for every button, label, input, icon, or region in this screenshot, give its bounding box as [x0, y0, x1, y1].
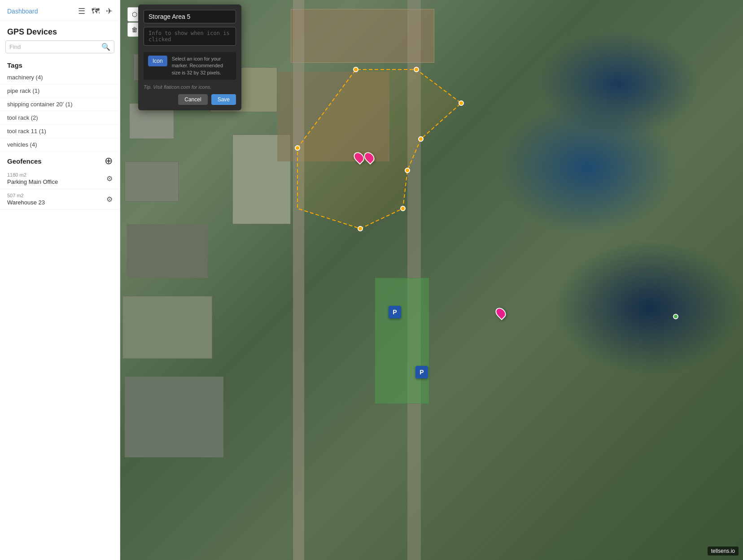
popup-title-input[interactable]: [144, 10, 236, 23]
navigation-icon[interactable]: ✈: [106, 6, 113, 16]
geofences-header: Geofences ⊕: [0, 152, 120, 169]
geofence-area: 507 m2: [7, 193, 45, 198]
map-area[interactable]: P P ⬡ 🗑 Icon Select an icon for your mar…: [120, 0, 743, 560]
tag-item-tool-rack[interactable]: tool rack (2): [0, 111, 120, 125]
add-geofence-button[interactable]: ⊕: [105, 156, 113, 166]
tag-count: (1): [32, 87, 39, 94]
building: [125, 161, 179, 202]
parking-label: P: [393, 308, 397, 316]
map-icon[interactable]: 🗺: [92, 7, 100, 16]
popup-icon-button[interactable]: Icon: [148, 56, 167, 66]
tag-count: (4): [36, 74, 43, 81]
map-marker-pink-2[interactable]: [365, 152, 374, 163]
header-icons: ☰ 🗺 ✈: [78, 6, 113, 16]
map-marker-pink-1[interactable]: [354, 152, 363, 163]
tag-count: (2): [31, 114, 38, 121]
tag-count: (1): [66, 101, 73, 108]
status-dot-green: [673, 314, 678, 319]
geofence-item-warehouse[interactable]: 507 m2 Warehouse 23 ⚙: [0, 189, 120, 210]
popup-tip-text: Tip. Visit flaticon.com for icons.: [144, 84, 236, 90]
green-parking-area: [375, 278, 429, 404]
tag-count: (1): [39, 128, 46, 135]
geofence-name: Parking Main Office: [7, 178, 58, 185]
popup-icon-section: Icon Select an icon for your marker. Rec…: [144, 52, 236, 80]
building: [125, 377, 223, 457]
branding: tellsens.io: [708, 547, 739, 556]
search-input[interactable]: [9, 43, 101, 50]
dashboard-link[interactable]: Dashboard: [7, 8, 38, 15]
sidebar: Dashboard ☰ 🗺 ✈ GPS Devices 🔍 Tags machi…: [0, 0, 120, 560]
tags-list: machinery (4) pipe rack (1) shipping con…: [0, 71, 120, 152]
tag-item-machinery[interactable]: machinery (4): [0, 71, 120, 84]
tags-title: Tags: [0, 58, 120, 71]
geofence-info: 507 m2 Warehouse 23: [7, 193, 45, 206]
geofences-title: Geofences: [7, 157, 42, 165]
tag-name: tool rack 11: [7, 128, 39, 135]
tag-name: tool rack: [7, 114, 31, 121]
tag-item-shipping-container[interactable]: shipping container 20' (1): [0, 98, 120, 111]
building: [122, 296, 212, 359]
popup-info-input[interactable]: [144, 27, 236, 46]
geofence-info: 1180 m2 Parking Main Office: [7, 172, 58, 185]
save-button[interactable]: Save: [211, 94, 236, 105]
tag-item-pipe-rack[interactable]: pipe rack (1): [0, 84, 120, 98]
building: [127, 224, 208, 278]
cancel-button[interactable]: Cancel: [178, 94, 207, 105]
tag-name: vehicles: [7, 141, 30, 148]
geofences-list: 1180 m2 Parking Main Office ⚙ 507 m2 War…: [0, 169, 120, 210]
popup-actions: Cancel Save: [144, 94, 236, 105]
list-icon[interactable]: ☰: [78, 6, 85, 16]
geofence-item-parking[interactable]: 1180 m2 Parking Main Office ⚙: [0, 169, 120, 189]
parking-marker-1[interactable]: P: [389, 306, 401, 318]
gps-devices-title: GPS Devices: [0, 21, 120, 40]
geofence-settings-button[interactable]: ⚙: [106, 174, 113, 183]
tag-name: shipping container 20': [7, 101, 66, 108]
parking-marker-2[interactable]: P: [415, 366, 428, 378]
tag-count: (4): [30, 141, 37, 148]
tag-item-tool-rack-11[interactable]: tool rack 11 (1): [0, 125, 120, 138]
geofence-area: 1180 m2: [7, 172, 58, 178]
map-marker-lower[interactable]: [496, 307, 505, 319]
sidebar-header: Dashboard ☰ 🗺 ✈: [0, 0, 120, 21]
search-container: 🔍: [5, 40, 114, 53]
tag-name: machinery: [7, 74, 36, 81]
parking-label: P: [420, 369, 424, 376]
geofence-settings-button[interactable]: ⚙: [106, 195, 113, 204]
search-button[interactable]: 🔍: [101, 43, 110, 51]
geofence-name: Warehouse 23: [7, 199, 45, 206]
tag-item-vehicles[interactable]: vehicles (4): [0, 138, 120, 152]
popup-icon-description: Select an icon for your marker. Recommen…: [172, 56, 232, 76]
marker-popup: Icon Select an icon for your marker. Rec…: [138, 4, 241, 110]
tag-name: pipe rack: [7, 87, 32, 94]
road-vertical: [293, 0, 304, 560]
